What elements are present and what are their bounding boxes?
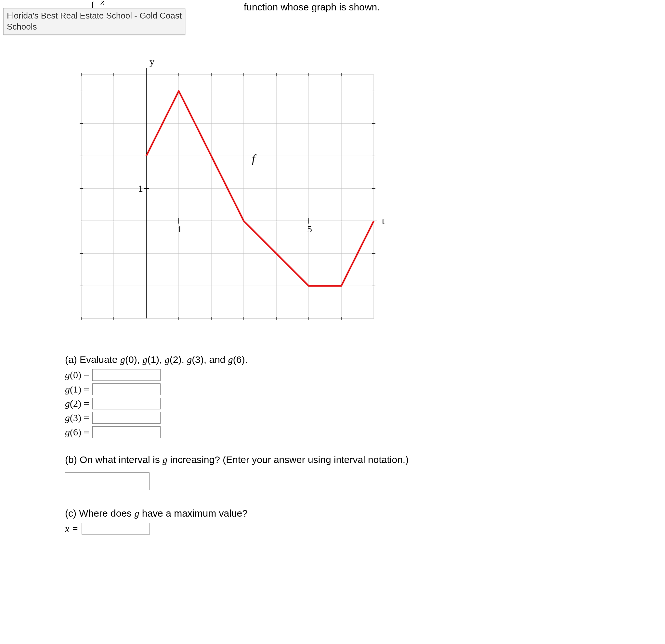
answer-row-g1: g(1) = xyxy=(65,384,665,395)
x-equals-label: x = xyxy=(65,523,78,534)
answer-row-g3: g(3) = xyxy=(65,412,665,424)
input-interval[interactable] xyxy=(65,472,150,490)
tooltip-line-2: Schools xyxy=(7,21,182,33)
answer-row-g2: g(2) = xyxy=(65,398,665,409)
input-g2[interactable] xyxy=(92,398,160,409)
input-g1[interactable] xyxy=(92,384,160,395)
answer-row-b xyxy=(65,469,665,490)
answer-row-g0: g(0) = xyxy=(65,369,665,381)
x-tick-1: 1 xyxy=(177,223,182,234)
input-x-max[interactable] xyxy=(81,523,150,534)
graph-container: y t 1 1 5 f xyxy=(65,49,665,341)
part-a-prompt: (a) Evaluate g(0), g(1), g(2), g(3), and… xyxy=(65,354,665,365)
function-graph: y t 1 1 5 f xyxy=(65,49,387,341)
tooltip-line-1: Florida's Best Real Estate School - Gold… xyxy=(7,11,182,21)
answer-row-c: x = xyxy=(65,523,665,534)
part-c-prompt: (c) Where does g have a maximum value? xyxy=(65,508,665,519)
question-tail-text: function whose graph is shown. xyxy=(244,2,380,13)
input-g6[interactable] xyxy=(92,426,160,438)
answer-row-g6: g(6) = xyxy=(65,426,665,438)
part-b-prompt: (b) On what interval is g increasing? (E… xyxy=(65,454,665,465)
browser-tooltip: Florida's Best Real Estate School - Gold… xyxy=(3,8,185,35)
input-g3[interactable] xyxy=(92,412,160,424)
y-axis-label: y xyxy=(150,56,154,67)
x-tick-5: 5 xyxy=(307,223,312,234)
x-axis-label: t xyxy=(382,215,385,226)
curve-label-f: f xyxy=(252,152,257,165)
integral-upper-x: x xyxy=(101,0,104,6)
y-tick-1: 1 xyxy=(138,183,143,194)
input-g0[interactable] xyxy=(92,369,160,381)
